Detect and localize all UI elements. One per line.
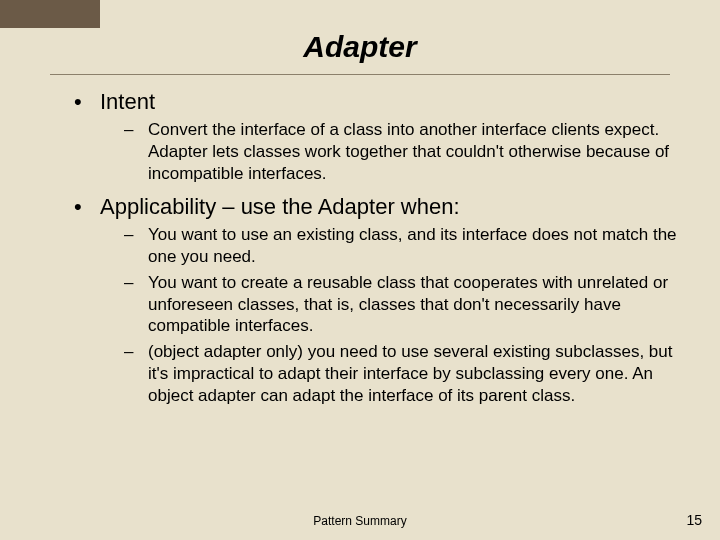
sub-bullet-item: You want to use an existing class, and i… xyxy=(100,224,680,268)
footer-center-text: Pattern Summary xyxy=(0,514,720,528)
sub-bullet-item: (object adapter only) you need to use se… xyxy=(100,341,680,406)
title-divider xyxy=(50,74,670,75)
bullet-item: Intent Convert the interface of a class … xyxy=(60,89,680,184)
sub-bullet-item: You want to create a reusable class that… xyxy=(100,272,680,337)
slide-content: Intent Convert the interface of a class … xyxy=(0,89,720,406)
slide-number: 15 xyxy=(686,512,702,528)
bullet-label: Intent xyxy=(100,89,155,114)
slide-title: Adapter xyxy=(0,0,720,74)
sub-bullet-list: You want to use an existing class, and i… xyxy=(100,224,680,406)
bullet-label: Applicability – use the Adapter when: xyxy=(100,194,460,219)
corner-accent xyxy=(0,0,100,28)
sub-bullet-item: Convert the interface of a class into an… xyxy=(100,119,680,184)
bullet-item: Applicability – use the Adapter when: Yo… xyxy=(60,194,680,406)
bullet-list: Intent Convert the interface of a class … xyxy=(60,89,680,406)
slide: Adapter Intent Convert the interface of … xyxy=(0,0,720,540)
sub-bullet-list: Convert the interface of a class into an… xyxy=(100,119,680,184)
